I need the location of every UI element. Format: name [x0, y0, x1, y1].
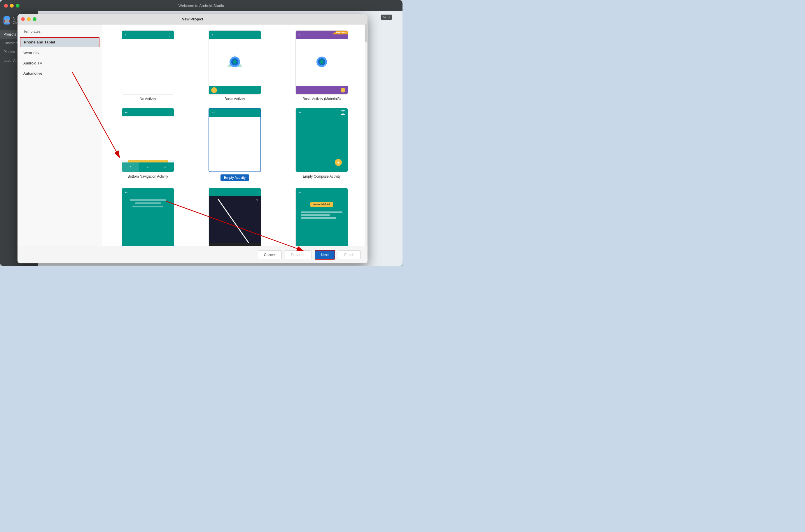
card-label-basic: Basic Activity	[225, 97, 245, 101]
template-automotive[interactable]: Automotive	[18, 68, 102, 78]
app-top-right: VCS ⋮	[381, 14, 400, 20]
minimize-button[interactable]	[10, 4, 14, 7]
card-bottom-nav[interactable]: ←	[108, 108, 188, 181]
template-android-tv[interactable]: Android TV	[18, 58, 102, 68]
scrollbar-thumb	[365, 24, 367, 42]
dialog-traffic-lights	[21, 17, 36, 21]
cancel-button[interactable]: Cancel	[258, 250, 282, 259]
card-preview-no-activity: ← ⋮	[122, 30, 174, 95]
dialog-title: New Project	[182, 17, 203, 21]
card-label-no-activity: No Activity	[140, 97, 156, 101]
card-empty-compose[interactable]: ← + Empty Compose Activi	[282, 108, 362, 181]
window: Welcome to Android Studio 🤖 Android Chip…	[0, 0, 402, 266]
content-area: ← ⋮ No Activity ←	[102, 24, 367, 246]
card-label-empty: Empty Activity	[221, 174, 249, 181]
card-basic-activity[interactable]: ←	[195, 30, 275, 101]
app-title: Welcome to Android Studio	[178, 3, 224, 8]
title-bar: Welcome to Android Studio	[0, 0, 402, 11]
next-button[interactable]: Next	[315, 250, 336, 260]
card-preview-empty: ←	[209, 108, 261, 172]
dialog-body: Templates Phone and Tablet Wear OS Andro…	[18, 24, 367, 246]
new-project-dialog: New Project Templates Phone and Tablet W…	[18, 14, 367, 263]
maximize-button[interactable]	[16, 4, 20, 7]
dialog-title-bar: New Project	[18, 14, 367, 24]
card-preview-compose: ← +	[295, 108, 348, 172]
dialog-max-button[interactable]	[33, 17, 36, 21]
close-button[interactable]	[4, 4, 8, 7]
card-preview-admob: ← ⋮ Interstitial Ad	[295, 188, 348, 246]
card-basic-material3[interactable]: ← PREVIEW	[282, 30, 362, 101]
card-preview-basic: ←	[209, 30, 261, 95]
finish-button[interactable]: Finish	[338, 250, 361, 259]
card-admob[interactable]: ← ⋮ Interstitial Ad	[282, 188, 362, 246]
card-fullscreen[interactable]: ⤡ Fullscreen Activity	[195, 188, 275, 246]
dialog-min-button[interactable]	[27, 17, 31, 21]
templates-grid: ← ⋮ No Activity ←	[108, 30, 362, 246]
template-wear-os[interactable]: Wear OS	[18, 48, 102, 58]
dialog-footer: Cancel Previous Next Finish	[18, 246, 367, 263]
card-label-material3: Basic Activity (Material3)	[303, 97, 341, 101]
card-label-compose: Empty Compose Activity	[303, 174, 340, 178]
card-no-activity[interactable]: ← ⋮ No Activity	[108, 30, 188, 101]
scrollbar[interactable]	[365, 24, 367, 246]
dialog-close-button[interactable]	[21, 17, 25, 21]
card-preview-compose-material: ←	[122, 188, 174, 246]
card-label-bottom-nav: Bottom Navigation Activity	[128, 174, 168, 178]
vcs-button[interactable]: VCS	[381, 15, 392, 20]
traffic-lights	[4, 4, 20, 7]
card-empty-activity[interactable]: ← Empty Activity	[195, 108, 275, 181]
templates-panel: Templates Phone and Tablet Wear OS Andro…	[18, 24, 102, 246]
app-body: 🤖 Android Chipmunk Projects Customize Pl…	[0, 11, 402, 266]
card-preview-bottom-nav: ←	[122, 108, 174, 172]
previous-button[interactable]: Previous	[285, 250, 312, 259]
android-studio-icon: 🤖	[3, 16, 10, 24]
card-preview-fullscreen: ⤡	[209, 188, 261, 246]
template-phone-tablet[interactable]: Phone and Tablet	[20, 37, 99, 47]
menu-button[interactable]: ⋮	[394, 14, 400, 20]
card-preview-material3: ← PREVIEW	[295, 30, 348, 95]
templates-header: Templates	[18, 24, 102, 36]
card-compose-material[interactable]: ← Empty Compose Activity (Mater...	[108, 188, 188, 246]
